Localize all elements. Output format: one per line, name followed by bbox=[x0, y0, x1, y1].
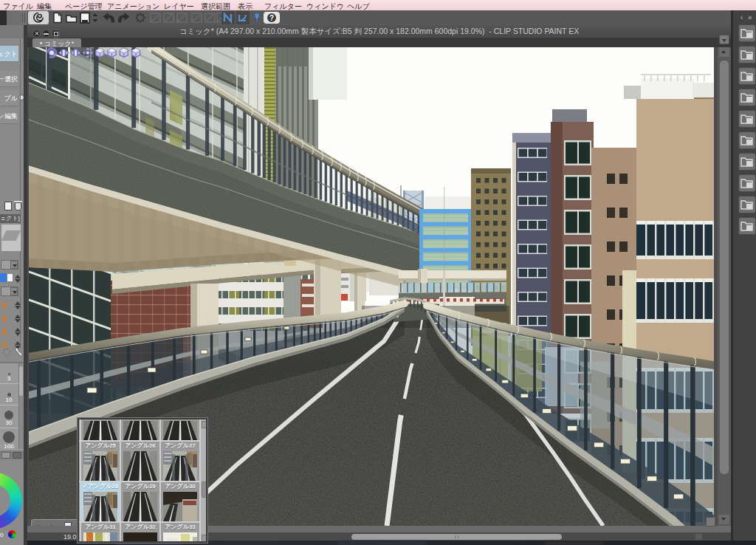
svg-text:?: ? bbox=[269, 14, 274, 22]
